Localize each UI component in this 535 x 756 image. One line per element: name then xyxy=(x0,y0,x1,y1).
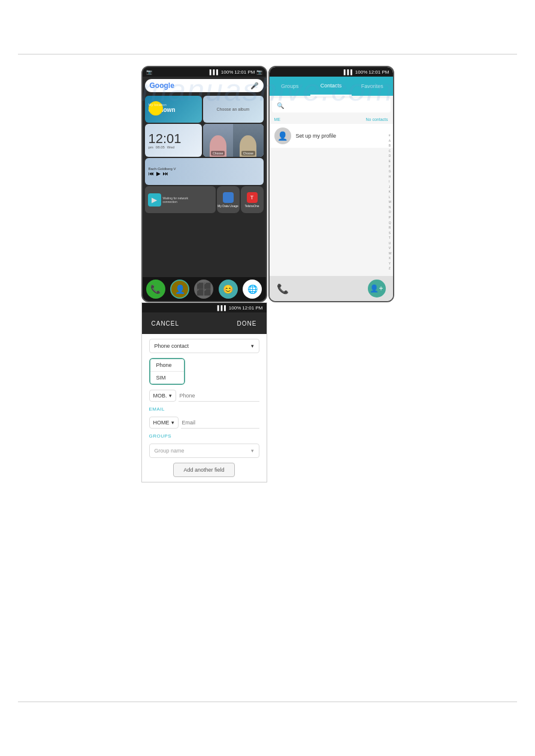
clock-day: Wed xyxy=(167,145,174,149)
left-status-bar: 📷 ▌▌▌ 100% 12:01 PM 📷 xyxy=(143,67,266,77)
choose-label-left: Choose xyxy=(211,151,225,156)
prev-icon[interactable]: ⏮ xyxy=(149,171,154,177)
phone-right: ▌▌▌ 100% 12:01 PM Groups Contacts F xyxy=(268,66,394,302)
contacts-signal: ▌▌▌ xyxy=(344,69,354,75)
me-label: ME xyxy=(274,117,281,122)
mob-chevron: ▾ xyxy=(169,393,172,399)
camera-icon: 📷 xyxy=(256,69,262,75)
phone-contact-label: Phone contact xyxy=(155,343,189,349)
music-controls: ⏮ ▶ ⏭ xyxy=(149,171,260,177)
groups-tab[interactable]: Groups xyxy=(270,77,311,96)
dock-emoji-button[interactable]: 😊 xyxy=(219,280,238,299)
mob-label[interactable]: MOB. ▾ xyxy=(149,390,176,402)
contacts-search-bar[interactable]: 🔍 xyxy=(272,98,391,113)
add-another-field-button[interactable]: Add another field xyxy=(173,463,234,477)
music-widget[interactable]: Bach-Goldberg V ⏮ ▶ ⏭ xyxy=(145,158,264,185)
contacts-tabs: Groups Contacts Favorites xyxy=(270,77,393,96)
album-label: Choose an album xyxy=(217,107,250,111)
no-contacts-label: No contacts xyxy=(366,117,388,122)
email-input[interactable] xyxy=(181,417,259,429)
profile-text: Set up my profile xyxy=(296,133,337,139)
contacts-battery: 100% xyxy=(355,69,367,75)
phone-contact-dropdown[interactable]: Phone contact ▾ xyxy=(149,339,259,353)
storage-phone-option[interactable]: Phone xyxy=(150,359,184,372)
cancel-button[interactable]: CANCEL xyxy=(152,320,180,327)
bottom-divider xyxy=(18,702,517,702)
clock-date-row: pm 08.05 Wed xyxy=(149,145,198,149)
top-divider xyxy=(18,54,517,54)
google-label: Google xyxy=(150,81,174,90)
album-widget[interactable]: Choose an album xyxy=(203,96,264,123)
dock-contacts-button[interactable]: 👤 xyxy=(170,280,189,299)
widget-grid: My location Unknown Choose an album xyxy=(143,95,266,277)
contact-form-fields: Phone contact ▾ Phone SIM xyxy=(142,334,267,482)
clock-widget[interactable]: 12:01 pm 08.05 Wed xyxy=(145,124,202,157)
weather-location-label: My location xyxy=(149,103,198,107)
mic-icon: 🎤 xyxy=(250,82,259,90)
time-text: 12:01 PM xyxy=(234,69,255,75)
clock-period: pm xyxy=(149,145,153,149)
contacts-phone-icon[interactable]: 📞 xyxy=(277,283,289,294)
group-name-label: Group name xyxy=(155,448,185,454)
photo-right: Choose xyxy=(233,124,264,157)
next-icon[interactable]: ⏭ xyxy=(163,171,168,177)
status-left-icons: 📷 xyxy=(146,69,152,75)
form-action-bar: CANCEL DONE xyxy=(142,312,267,334)
phone-left: 📷 ▌▌▌ 100% 12:01 PM 📷 Google 🎤 xyxy=(141,66,267,302)
storage-selector[interactable]: Phone SIM xyxy=(149,358,185,385)
app-data-usage[interactable]: My Data Usage xyxy=(217,186,240,213)
home-chevron: ▾ xyxy=(171,420,174,426)
photo-left: Choose xyxy=(203,124,234,157)
group-dropdown-arrow: ▾ xyxy=(251,448,254,454)
group-name-dropdown[interactable]: Group name ▾ xyxy=(149,444,259,458)
done-button[interactable]: DONE xyxy=(237,320,257,327)
profile-row[interactable]: 👤 Set up my profile xyxy=(270,124,393,148)
contacts-status-bar: ▌▌▌ 100% 12:01 PM xyxy=(270,67,393,77)
google-search-bar[interactable]: Google 🎤 xyxy=(145,79,264,92)
phone-dock: 📞 👤 ⬛⬛⬛⬛ 😊 🌐 xyxy=(143,277,266,301)
add-contact-fab[interactable]: 👤+ xyxy=(368,280,386,297)
contacts-time: 12:01 PM xyxy=(368,69,389,75)
storage-sim-option[interactable]: SIM xyxy=(150,372,184,384)
phone-input[interactable] xyxy=(179,390,259,402)
add-contact-form-area: ▌▌▌ 100% 12:01 PM CANCEL DONE Phone cont… xyxy=(141,302,267,482)
form-status-bar: ▌▌▌ 100% 12:01 PM xyxy=(142,303,267,312)
app-shortcuts-row: My Data Usage T TelstraOne xyxy=(217,186,264,213)
contacts-bottom-bar: 📞 👤+ xyxy=(270,276,393,301)
widget-row-1: My location Unknown Choose an album xyxy=(145,96,264,123)
choose-label-right: Choose xyxy=(241,151,255,156)
weather-widget[interactable]: My location Unknown xyxy=(145,96,202,123)
signal-icon: ▌▌▌ xyxy=(210,69,220,75)
telstra-icon: T xyxy=(247,192,258,203)
data-icon xyxy=(223,192,234,203)
dropdown-arrow: ▾ xyxy=(251,343,254,349)
add-contact-icon: 👤+ xyxy=(370,284,383,293)
home-label[interactable]: HOME ▾ xyxy=(149,417,179,429)
contacts-tab[interactable]: Contacts xyxy=(310,77,352,96)
waiting-text: Waiting for networkconnection xyxy=(163,196,189,204)
widget-row-2: 12:01 pm 08.05 Wed xyxy=(145,124,264,157)
combined-area: 📷 ▌▌▌ 100% 12:01 PM 📷 Google 🎤 xyxy=(141,66,394,482)
photo-widget[interactable]: Choose Choose xyxy=(203,124,264,157)
play-icon[interactable]: ▶ xyxy=(156,171,161,177)
battery-text: 100% xyxy=(221,69,233,75)
left-column: 📷 ▌▌▌ 100% 12:01 PM 📷 Google 🎤 xyxy=(141,66,267,482)
mob-field-row: MOB. ▾ xyxy=(149,390,259,402)
alphabet-index: # A B C D E F G H I J K L M N xyxy=(389,133,392,271)
search-icon: 🔍 xyxy=(277,102,284,109)
me-section: ME No contacts xyxy=(270,115,393,124)
widget-row-3: Bach-Goldberg V ⏮ ▶ ⏭ xyxy=(145,158,264,185)
form-signal: ▌▌▌ xyxy=(217,305,228,311)
favorites-tab[interactable]: Favorites xyxy=(352,77,393,96)
waiting-network-widget: ▶ Waiting for networkconnection xyxy=(145,186,216,213)
clock-time: 12:01 xyxy=(149,132,198,145)
clock-date: 08.05 xyxy=(156,145,165,149)
app-telstra[interactable]: T TelstraOne xyxy=(241,186,264,213)
dock-chrome-button[interactable]: 🌐 xyxy=(243,280,262,299)
play-store-icon: ▶ xyxy=(148,193,161,207)
dock-phone-button[interactable]: 📞 xyxy=(146,280,165,299)
main-container: 📷 ▌▌▌ 100% 12:01 PM 📷 Google 🎤 xyxy=(73,66,463,482)
form-battery: 100% xyxy=(229,305,241,311)
email-section-label: EMAIL xyxy=(149,406,259,412)
dock-apps-button[interactable]: ⬛⬛⬛⬛ xyxy=(194,280,213,299)
